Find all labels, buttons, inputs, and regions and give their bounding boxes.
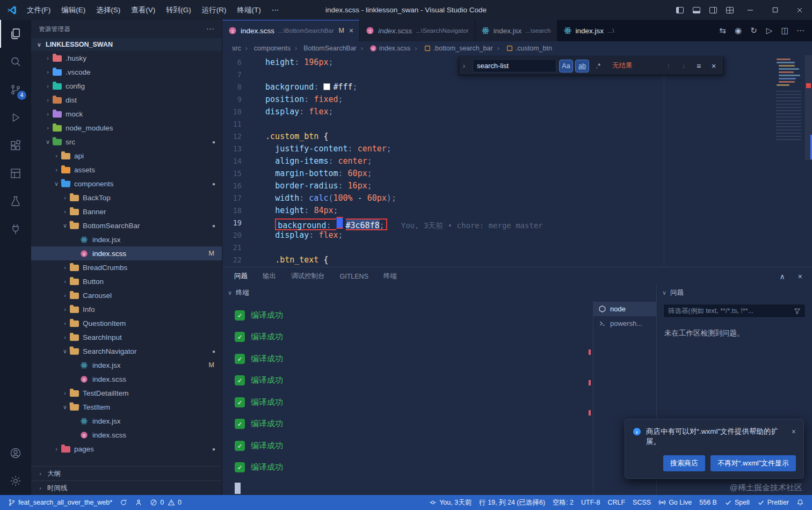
panel-tab-problems[interactable]: 问题 — [234, 267, 248, 285]
toggle-panel-icon[interactable] — [688, 0, 705, 20]
tree-item[interactable]: index.scss — [31, 428, 222, 442]
terminal-output[interactable]: 编译成功 编译成功 — [222, 300, 593, 495]
prettier[interactable]: Prettier — [753, 495, 793, 510]
tree-item[interactable]: ∨ src ● — [31, 135, 222, 149]
tree-item[interactable]: › node_modules — [31, 121, 222, 135]
warnings-status[interactable]: 0 — [168, 495, 185, 510]
tab-index-scss-bottomsearchbar[interactable]: index.scss ...\BottomSearchBar M × — [222, 20, 360, 41]
terminal-profile-node[interactable]: node — [593, 302, 656, 316]
blame-status[interactable]: You, 3天前 — [425, 495, 475, 510]
tab-index-jsx-search[interactable]: index.jsx ...\search — [475, 20, 557, 41]
panel-tab-gitlens[interactable]: GITLENS — [340, 267, 369, 285]
run-icon[interactable]: ▷ — [762, 26, 777, 35]
menu-item[interactable]: 文件(F) — [21, 0, 56, 20]
toggle-secondary-sidebar-icon[interactable] — [705, 0, 721, 20]
explorer-icon[interactable] — [0, 20, 31, 48]
menu-item[interactable]: 编辑(E) — [56, 0, 91, 20]
tree-item[interactable]: › Banner — [31, 205, 222, 218]
close-notification-icon[interactable]: × — [792, 426, 796, 447]
source-control-icon[interactable]: 4 — [0, 76, 31, 104]
tree-item[interactable]: ∨ components ● — [31, 177, 222, 191]
breadcrumb-item[interactable]: .custom_btn — [493, 45, 552, 52]
maximize-panel-icon[interactable]: ∧ — [780, 272, 785, 281]
tree-item[interactable]: › Info — [31, 302, 222, 316]
match-case-button[interactable]: Aa — [560, 60, 572, 72]
breadcrumb-item[interactable]: BottomSearchBar — [291, 45, 357, 52]
menu-item[interactable]: 终端(T) — [232, 0, 266, 20]
problems-filter-input[interactable]: 筛选器(例如 text, **/*.ts, !**... — [663, 304, 806, 318]
split-editor-icon[interactable]: ◫ — [778, 26, 792, 35]
notifications-bell[interactable] — [793, 495, 808, 510]
tree-item[interactable]: › TestDetailItem — [31, 386, 222, 400]
tree-item[interactable]: › Carousel — [31, 288, 222, 302]
extensions-icon[interactable] — [0, 132, 31, 159]
maximize-button[interactable] — [763, 0, 787, 20]
editor-scrollbar[interactable] — [805, 55, 812, 160]
indentation[interactable]: 空格: 2 — [549, 495, 577, 510]
breadcrumb-item[interactable]: src — [232, 45, 241, 52]
tree-item[interactable]: ∨ BottomSearchBar ● — [31, 218, 222, 232]
search-icon[interactable] — [0, 48, 31, 76]
history-icon[interactable]: ↻ — [746, 26, 761, 35]
tree-item[interactable]: › pages ● — [31, 442, 222, 456]
breadcrumb-item[interactable]: .bottom_search_bar — [410, 45, 492, 52]
panel-tab-output[interactable]: 输出 — [263, 267, 276, 285]
tree-item[interactable]: › BackTop — [31, 191, 222, 205]
find-input[interactable] — [473, 59, 556, 72]
sync-status[interactable] — [116, 495, 131, 510]
tree-item[interactable]: › .husky — [31, 51, 222, 65]
regex-button[interactable]: .* — [592, 60, 605, 72]
close-icon[interactable]: × — [349, 26, 353, 35]
workspace-root[interactable]: ∨ LINKLESSON_SWAN — [31, 38, 222, 51]
breadcrumb-item[interactable]: index.scss — [357, 45, 411, 52]
tree-item[interactable]: › BreadCrumbs — [31, 260, 222, 274]
problems-section-header[interactable]: ∨ 问题 — [657, 285, 812, 300]
menu-item[interactable]: 选择(S) — [91, 0, 126, 20]
toggle-sidebar-icon[interactable] — [671, 0, 688, 20]
cursor-position[interactable]: 行 19, 列 24 (已选择6) — [475, 495, 549, 510]
tree-item[interactable]: index.jsx — [31, 414, 222, 428]
tree-item[interactable]: › dist — [31, 93, 222, 107]
more-actions-icon[interactable]: ⋯ — [793, 26, 808, 35]
go-live[interactable]: Go Live — [655, 495, 695, 510]
tree-item[interactable]: › api — [31, 149, 222, 163]
editor-tab-group2[interactable]: index.jsx ...\ — [557, 20, 620, 41]
more-actions-icon[interactable]: ⋯ — [206, 24, 214, 34]
spell-checker[interactable]: Spell — [721, 495, 753, 510]
filter-icon[interactable] — [794, 308, 801, 315]
minimize-button[interactable] — [738, 0, 763, 20]
close-find-icon[interactable]: × — [708, 62, 720, 70]
file-size[interactable]: 556 B — [695, 495, 721, 510]
live-share-status[interactable] — [131, 495, 146, 510]
panel-tab-terminal2[interactable]: 终端 — [383, 267, 397, 285]
close-window-button[interactable] — [787, 0, 812, 20]
panel-tab-debug-console[interactable]: 调试控制台 — [291, 267, 325, 285]
menu-item[interactable]: 转到(G) — [161, 0, 197, 20]
compare-changes-icon[interactable]: ⇆ — [715, 26, 730, 35]
whole-word-button[interactable]: ab — [576, 60, 589, 72]
tree-item[interactable]: › QuestionItem — [31, 316, 222, 330]
tree-item[interactable]: › config — [31, 79, 222, 93]
close-panel-icon[interactable]: × — [798, 272, 802, 281]
dont-show-again-button[interactable]: 不再对“.wxml”文件显示 — [711, 455, 796, 471]
remote-explorer-icon[interactable] — [0, 159, 31, 187]
find-in-selection-icon[interactable]: ≡ — [693, 62, 705, 70]
toggle-replace-icon[interactable]: › — [463, 62, 469, 70]
minimap[interactable] — [773, 55, 804, 267]
tree-item[interactable]: ∨ SearchNavigator ● — [31, 344, 222, 358]
run-debug-icon[interactable] — [0, 104, 31, 132]
settings-gear-icon[interactable] — [0, 467, 31, 495]
code-editor[interactable]: 6 height: 196px;78 background: #fff;9 po… — [222, 55, 812, 267]
previous-match-icon[interactable]: ↑ — [663, 62, 675, 70]
terminal-section-header[interactable]: ∨ 终端 — [222, 285, 656, 300]
branch-status[interactable]: feat_search_all_over_the_web* — [4, 495, 116, 510]
account-icon[interactable] — [0, 439, 31, 467]
tree-item[interactable]: › Button — [31, 274, 222, 288]
tree-item[interactable]: index.scss — [31, 372, 222, 386]
tree-item[interactable]: › mock — [31, 107, 222, 121]
search-marketplace-button[interactable]: 搜索商店 — [663, 455, 705, 471]
tree-item[interactable]: › SearchInput — [31, 330, 222, 344]
gitlens-graph-icon[interactable]: ◉ — [731, 26, 745, 35]
tree-item[interactable]: index.scss M — [31, 246, 222, 260]
tree-item[interactable]: ∨ TestItem — [31, 400, 222, 414]
